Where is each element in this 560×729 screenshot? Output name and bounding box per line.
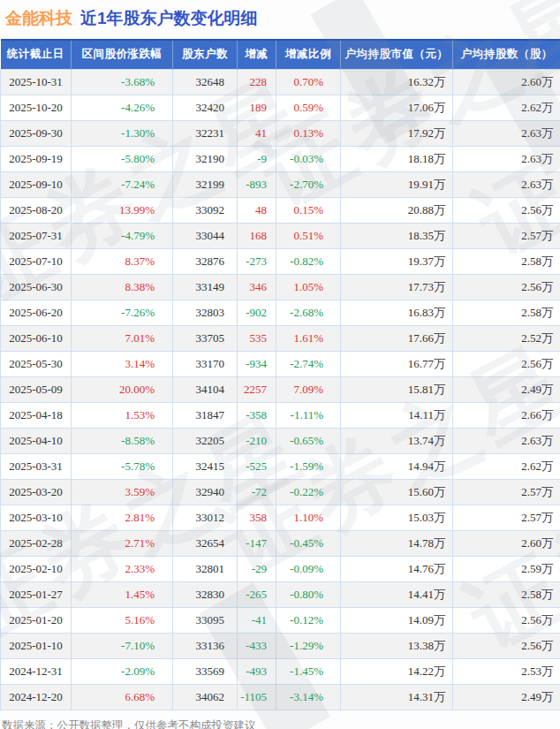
cell-date: 2025-09-10 [1,171,72,197]
cell-date: 2025-02-10 [1,556,72,581]
cell-change_ratio: -0.09% [276,556,341,581]
cell-range_price_change: -5.80% [72,146,173,171]
cell-range_price_change: -1.30% [72,120,173,146]
cell-range_price_change: -8.58% [72,428,173,453]
cell-range_price_change: -2.09% [72,658,173,684]
cell-avg_shares: 2.60万 [453,69,560,95]
cell-change_ratio: -0.82% [276,248,341,274]
cell-change: 2257 [238,376,276,402]
cell-avg_shares: 2.57万 [453,223,560,248]
cell-range_price_change: -3.68% [72,69,173,95]
cell-date: 2025-07-10 [1,248,72,274]
cell-holder_count: 33095 [173,607,238,633]
cell-change: -9 [238,146,276,171]
cell-avg_market_value: 14.11万 [341,402,453,428]
cell-avg_market_value: 17.06万 [341,95,453,120]
cell-avg_market_value: 17.92万 [341,120,453,146]
table-row: 2025-01-205.16%33095-41-0.12%14.09万2.56万 [1,607,560,633]
cell-change_ratio: -1.59% [276,453,341,479]
table-header: 统计截止日区间股价涨跌幅股东户数增减增减比例户均持股市值（元）户均持股数（股） [1,40,560,69]
cell-change_ratio: -1.45% [276,658,341,684]
cell-avg_shares: 2.56万 [453,633,560,658]
cell-date: 2025-08-20 [1,197,72,223]
cell-avg_market_value: 17.73万 [341,274,453,300]
cell-avg_market_value: 14.31万 [341,684,453,710]
table-row: 2024-12-206.68%34062-1105-3.14%14.31万2.4… [1,684,560,710]
cell-date: 2025-03-10 [1,505,72,530]
cell-avg_shares: 2.56万 [453,607,560,633]
cell-range_price_change: -7.24% [72,171,173,197]
cell-change_ratio: 0.13% [276,120,341,146]
cell-date: 2025-03-31 [1,453,72,479]
cell-change: -525 [238,453,276,479]
cell-range_price_change: 13.99% [72,197,173,223]
cell-holder_count: 32415 [173,453,238,479]
cell-avg_shares: 2.56万 [453,197,560,223]
cell-avg_market_value: 20.88万 [341,197,453,223]
cell-avg_market_value: 14.09万 [341,607,453,633]
cell-avg_shares: 2.52万 [453,325,560,351]
table-row: 2025-03-102.81%330123581.10%15.03万2.57万 [1,505,560,530]
cell-avg_market_value: 18.35万 [341,223,453,248]
cell-range_price_change: 1.53% [72,402,173,428]
cell-date: 2025-01-10 [1,633,72,658]
report-title: 近1年股东户数变化明细 [80,9,258,27]
table-row: 2025-05-0920.00%3410422577.09%15.81万2.49… [1,376,560,402]
cell-change: -72 [238,479,276,505]
cell-avg_market_value: 13.38万 [341,633,453,658]
cell-date: 2025-05-09 [1,376,72,402]
cell-holder_count: 33092 [173,197,238,223]
cell-date: 2025-09-30 [1,120,72,146]
column-header-avg_shares: 户均持股数（股） [453,40,560,69]
cell-change_ratio: 0.15% [276,197,341,223]
table-body: 2025-10-31-3.68%326482280.70%16.32万2.60万… [1,69,560,710]
cell-range_price_change: 7.01% [72,325,173,351]
cell-range_price_change: 2.71% [72,530,173,556]
cell-avg_shares: 2.62万 [453,95,560,120]
cell-avg_market_value: 15.60万 [341,479,453,505]
column-header-change: 增减 [238,40,276,69]
cell-range_price_change: -5.78% [72,453,173,479]
table-row: 2025-10-31-3.68%326482280.70%16.32万2.60万 [1,69,560,95]
cell-holder_count: 33149 [173,274,238,300]
table-row: 2025-01-10-7.10%33136-433-1.29%13.38万2.5… [1,633,560,658]
cell-date: 2025-06-30 [1,274,72,300]
cell-avg_shares: 2.58万 [453,248,560,274]
header-row: 统计截止日区间股价涨跌幅股东户数增减增减比例户均持股市值（元）户均持股数（股） [1,40,560,69]
cell-avg_market_value: 16.32万 [341,69,453,95]
cell-avg_shares: 2.62万 [453,453,560,479]
cell-change: 358 [238,505,276,530]
cell-range_price_change: -4.26% [72,95,173,120]
cell-avg_shares: 2.49万 [453,376,560,402]
cell-change_ratio: 0.59% [276,95,341,120]
page-title: 金能科技近1年股东户数变化明细 [0,0,560,29]
cell-holder_count: 32190 [173,146,238,171]
cell-change_ratio: -2.74% [276,351,341,376]
cell-range_price_change: -4.79% [72,223,173,248]
cell-change_ratio: 1.10% [276,505,341,530]
cell-avg_shares: 2.66万 [453,402,560,428]
cell-avg_market_value: 15.03万 [341,505,453,530]
cell-holder_count: 33012 [173,505,238,530]
holders-table: 统计截止日区间股价涨跌幅股东户数增减增减比例户均持股市值（元）户均持股数（股） … [0,39,560,710]
cell-change: -493 [238,658,276,684]
column-header-date: 统计截止日 [1,40,72,69]
cell-change: -41 [238,607,276,633]
cell-holder_count: 33569 [173,658,238,684]
cell-holder_count: 32803 [173,300,238,325]
cell-avg_shares: 2.53万 [453,658,560,684]
table-row: 2025-09-30-1.30%32231410.13%17.92万2.63万 [1,120,560,146]
table-row: 2025-07-31-4.79%330441680.51%18.35万2.57万 [1,223,560,248]
table-row: 2025-09-10-7.24%32199-893-2.70%19.91万2.6… [1,171,560,197]
table-row: 2025-02-102.33%32801-29-0.09%14.76万2.59万 [1,556,560,581]
table-row: 2025-09-19-5.80%32190-9-0.03%18.18万2.63万 [1,146,560,171]
cell-range_price_change: -7.26% [72,300,173,325]
cell-change: -210 [238,428,276,453]
cell-avg_shares: 2.57万 [453,505,560,530]
cell-range_price_change: 2.33% [72,556,173,581]
cell-change_ratio: 0.51% [276,223,341,248]
table-row: 2025-10-20-4.26%324201890.59%17.06万2.62万 [1,95,560,120]
cell-change_ratio: -0.22% [276,479,341,505]
cell-avg_shares: 2.58万 [453,300,560,325]
cell-date: 2025-02-28 [1,530,72,556]
